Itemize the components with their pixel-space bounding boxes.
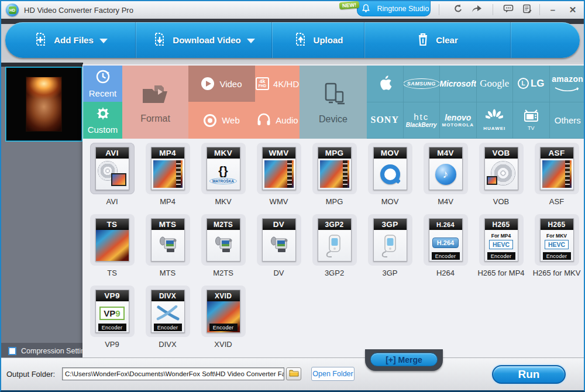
subtab-web[interactable]: Web [188, 102, 255, 139]
open-folder-button[interactable]: Open Folder [311, 367, 355, 381]
encoder-badge: Encoder [209, 324, 238, 331]
format-label: MPG [326, 197, 343, 206]
ringtone-studio-button[interactable]: Ringtone Studio [357, 1, 431, 16]
brand-huawei[interactable]: HUAWEI [477, 102, 514, 139]
format-panel: Recent Custom Format Video 4kFHD 4K/HD W… [82, 64, 585, 360]
subtab-4khd[interactable]: 4kFHD 4K/HD [255, 66, 300, 102]
brand-sony[interactable]: SONY [367, 102, 404, 139]
brand-amazon[interactable]: amazon [550, 66, 585, 102]
m2ts-file-icon: M2TS [207, 218, 240, 262]
format-tile-avi[interactable]: AVIAVI [84, 143, 140, 214]
video-thumbnail-item[interactable] [5, 67, 82, 142]
format-label: VOB [493, 197, 509, 206]
tab-custom[interactable]: Custom [83, 102, 122, 139]
dv-file-icon: DV [262, 218, 296, 262]
subtab-audio[interactable]: Audio [255, 102, 300, 139]
format-label: AVI [106, 197, 118, 206]
format-tile-dv[interactable]: DVDV [251, 214, 307, 286]
h264-file-icon: H.264H.264Encoder [429, 218, 463, 262]
minimize-icon: – [550, 7, 555, 13]
format-tile-ts[interactable]: TSTS [84, 214, 140, 286]
compression-checkbox[interactable] [8, 347, 16, 355]
output-path-input[interactable]: C:\Users\WonderFox\Documents\WonderFox S… [62, 367, 284, 380]
format-label: DV [273, 269, 284, 277]
chevron-down-icon [99, 39, 108, 43]
video-list-sidebar: Compression Settings [1, 63, 83, 359]
brand-lg[interactable]: LLG [513, 66, 550, 102]
format-tile-m2ts[interactable]: M2TSM2TS [195, 214, 251, 286]
format-tile-vp9[interactable]: VP9VP9EncoderVP9 [84, 286, 140, 357]
browse-folder-button[interactable] [286, 367, 301, 380]
format-tile-asf[interactable]: ASFASF [529, 143, 584, 214]
brand-others[interactable]: Others [550, 102, 585, 139]
format-tile-h264[interactable]: H.264H.264EncoderH264 [418, 214, 473, 286]
format-tile-m4v[interactable]: M4V♪M4V [418, 143, 473, 214]
format-tile-mts[interactable]: MTSMTS [140, 214, 195, 286]
add-file-icon [33, 32, 48, 49]
clear-button[interactable]: Clear [364, 22, 510, 58]
encoder-badge: Encoder [543, 252, 571, 260]
h265-for-mp4-file-icon: H265For MP4HEVCEncoder [484, 218, 518, 262]
video-thumbnail-image [26, 77, 62, 132]
undo-button[interactable] [449, 4, 467, 16]
format-tile-mpg[interactable]: MPGMPG [307, 143, 362, 214]
format-tile-vob[interactable]: VOBVOB [473, 143, 529, 214]
register-button[interactable] [518, 4, 536, 16]
feedback-button[interactable] [500, 4, 517, 16]
brand-grid: SAMSUNGMicrosoftGoogleLLGamazonSONYhtcBl… [367, 66, 585, 139]
m4v-file-icon: M4V♪ [429, 147, 463, 190]
compression-settings-row[interactable]: Compression Settings [1, 343, 83, 359]
tab-device[interactable]: Device [300, 66, 367, 139]
bottom-bar: Output Folder: C:\Users\WonderFox\Docume… [1, 357, 584, 390]
feedback-icon [503, 4, 514, 16]
download-video-button[interactable]: Download Video [135, 22, 271, 58]
app-logo-icon: HD [6, 4, 19, 16]
add-files-button[interactable]: Add Files [5, 22, 135, 58]
format-tile-h265-for-mkv[interactable]: H265For MKVHEVCEncoderH265 for MKV [529, 214, 584, 286]
tab-format[interactable]: Format [122, 66, 188, 139]
mp4-file-icon: MP4 [151, 147, 185, 190]
mts-file-icon: MTS [151, 218, 185, 262]
lg-icon: L [518, 78, 529, 89]
brand-samsung[interactable]: SAMSUNG [404, 66, 441, 102]
format-tile-h265-for-mp4[interactable]: H265For MP4HEVCEncoderH265 for MP4 [473, 214, 529, 286]
register-icon [522, 4, 532, 16]
format-label: MTS [160, 269, 176, 277]
brand-microsoft[interactable]: Microsoft [440, 66, 477, 102]
divider [493, 4, 493, 15]
upload-file-icon [292, 32, 308, 49]
format-tile-3gp2[interactable]: 3GP23GP2 [307, 214, 362, 286]
format-tile-mkv[interactable]: MKV{}MATROŠKAMKV [195, 143, 251, 214]
format-label: MP4 [160, 197, 176, 206]
brand-htc[interactable]: htcBlackBerry [404, 102, 441, 139]
run-button[interactable]: Run [492, 365, 566, 384]
subtab-video[interactable]: Video [188, 66, 255, 102]
tab-recent[interactable]: Recent [83, 66, 122, 102]
merge-button[interactable]: [+] Merge [370, 353, 438, 366]
close-button[interactable]: ✕ [564, 4, 581, 16]
mkv-file-icon: MKV{}MATROŠKA [207, 147, 240, 190]
format-tile-mov[interactable]: MOVMOV [362, 143, 418, 214]
format-grid: AVIAVIMP4MP4MKV{}MATROŠKAMKVWMVWMVMPGMPG… [84, 143, 585, 357]
minimize-button[interactable]: – [544, 4, 562, 16]
share-icon [471, 4, 483, 16]
compression-label: Compression Settings [21, 347, 83, 355]
format-label: H265 for MKV [533, 269, 581, 277]
format-label: XVID [214, 340, 232, 349]
chevron-down-icon [247, 39, 255, 43]
close-icon: ✕ [569, 5, 577, 15]
upload-button[interactable]: Upload [271, 22, 364, 58]
brand-tv[interactable]: TV [513, 102, 550, 139]
brand-apple[interactable] [367, 66, 404, 102]
brand-google[interactable]: Google [477, 66, 514, 102]
format-tile-3gp[interactable]: 3GP3GP [362, 214, 418, 286]
format-tile-mp4[interactable]: MP4MP4 [140, 143, 195, 214]
brand-lenovo[interactable]: lenovoMOTOROLA [440, 102, 477, 139]
format-tile-divx[interactable]: DIVXEncoderDIVX [140, 286, 195, 357]
4k-icon: 4kFHD [256, 77, 269, 90]
format-label: 3GP2 [325, 269, 344, 277]
gear-icon [96, 106, 110, 122]
share-button[interactable] [468, 4, 486, 16]
format-tile-xvid[interactable]: XVIDEncoderXVID [195, 286, 251, 357]
format-tile-wmv[interactable]: WMVWMV [251, 143, 307, 214]
